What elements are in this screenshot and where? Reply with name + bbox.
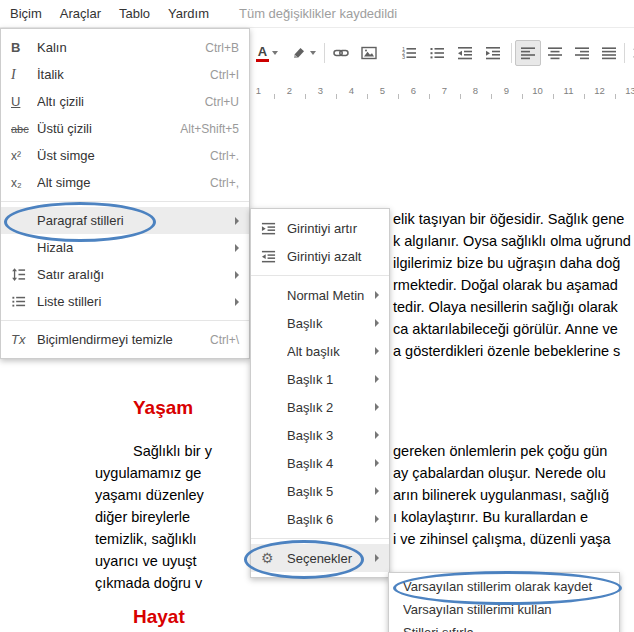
clear-formatting-icon: Tx: [11, 332, 37, 347]
format-menu: B Kalın Ctrl+B I İtalik Ctrl+I U Altı çi…: [0, 28, 250, 359]
link-icon: [333, 45, 349, 61]
submenu-arrow-icon: [375, 459, 379, 467]
subscript-icon: x₂: [11, 176, 37, 190]
menu-separator: [1, 201, 249, 202]
menu-item-label: Normal Metin: [287, 288, 367, 303]
align-center-icon: [547, 45, 563, 61]
align-right-icon: [574, 45, 590, 61]
menu-item-label: Üst simge: [37, 148, 198, 163]
gear-icon: ⚙: [261, 550, 287, 566]
menu-item-ustu-cizili[interactable]: abc Üstü çizili Alt+Shift+5: [1, 115, 249, 142]
menu-item-girintiyi-artir[interactable]: Girintiyi artır: [251, 214, 389, 242]
menu-item-shortcut: Ctrl+\: [210, 333, 239, 347]
doc-heading-hayat: Hayat: [133, 606, 185, 628]
bulleted-list-icon: [429, 45, 445, 61]
menu-item-paragraf-stilleri[interactable]: Paragraf stilleri: [1, 207, 249, 234]
align-right-button[interactable]: [569, 40, 595, 66]
menu-item-girintiyi-azalt[interactable]: Girintiyi azalt: [251, 242, 389, 270]
menu-item-hizala[interactable]: Hizala: [1, 234, 249, 261]
list-icon: [11, 294, 37, 309]
menu-item-varsayilan-kullan[interactable]: Varsayılan stillerimi kullan: [389, 598, 619, 621]
menu-item-label: Başlık 2: [287, 400, 367, 415]
doc-text-line: temizlik, sağlıklı: [95, 531, 197, 547]
menu-item-italik[interactable]: I İtalik Ctrl+I: [1, 61, 249, 88]
google-docs-window: elik taşıyan bir öğesidir. Sağlık gene k…: [0, 0, 634, 632]
menu-item-baslik-4[interactable]: Başlık 4: [251, 449, 389, 477]
indent-decrease-icon: [261, 249, 287, 264]
menu-item-label: Liste stilleri: [37, 294, 227, 309]
bulleted-list-button[interactable]: [424, 40, 450, 66]
menu-item-ust-simge[interactable]: x² Üst simge Ctrl+.: [1, 142, 249, 169]
line-spacing-button[interactable]: [627, 40, 634, 66]
doc-heading-yasam: Yaşam: [133, 397, 193, 419]
submenu-arrow-icon: [235, 217, 239, 225]
doc-text-line: ilgilerimiz bize bu uğraşın daha doğ: [393, 255, 620, 271]
align-center-button[interactable]: [542, 40, 568, 66]
menu-item-label: Varsayılan stillerimi kullan: [403, 602, 605, 617]
submenu-arrow-icon: [235, 244, 239, 252]
menu-item-shortcut: Ctrl+.: [210, 149, 239, 163]
menu-item-label: Başlık: [287, 316, 367, 331]
menu-bicim[interactable]: Biçim: [8, 2, 44, 25]
menu-item-secenekler[interactable]: ⚙ Seçenekler: [251, 544, 389, 572]
insert-image-button[interactable]: [356, 40, 382, 66]
justify-icon: [601, 45, 617, 61]
indent-increase-icon: [485, 45, 501, 61]
submenu-arrow-icon: [375, 291, 379, 299]
doc-text-line: tedir. Olaya nesillerin sağlığı olarak: [393, 299, 618, 315]
menu-item-label: Hizala: [37, 240, 227, 255]
menu-item-baslik-1[interactable]: Başlık 1: [251, 365, 389, 393]
menu-item-alt-baslik[interactable]: Alt başlık: [251, 337, 389, 365]
menu-separator: [251, 538, 389, 539]
line-spacing-icon: [11, 267, 37, 282]
superscript-icon: x²: [11, 149, 37, 163]
menu-item-normal-metin[interactable]: Normal Metin: [251, 281, 389, 309]
submenu-arrow-icon: [375, 375, 379, 383]
menu-araclar[interactable]: Araçlar: [58, 2, 103, 25]
align-left-icon: [520, 45, 536, 61]
menu-item-stilleri-sifirla[interactable]: Stilleri sıfırla: [389, 621, 619, 632]
menu-item-label: Kalın: [37, 40, 193, 55]
menu-item-liste-stilleri[interactable]: Liste stilleri: [1, 288, 249, 315]
submenu-arrow-icon: [375, 319, 379, 327]
menu-item-alti-cizili[interactable]: U Altı çizili Ctrl+U: [1, 88, 249, 115]
menu-item-kalin[interactable]: B Kalın Ctrl+B: [1, 34, 249, 61]
strikethrough-icon: abc: [11, 123, 37, 135]
align-left-button[interactable]: [515, 40, 541, 66]
menu-yardim[interactable]: Yardım: [166, 2, 211, 25]
indent-increase-button[interactable]: [480, 40, 506, 66]
menu-item-baslik-3[interactable]: Başlık 3: [251, 421, 389, 449]
menu-item-baslik-2[interactable]: Başlık 2: [251, 393, 389, 421]
save-status-text[interactable]: Tüm değişiklikler kaydedildi: [239, 6, 397, 21]
numbered-list-button[interactable]: 123: [396, 40, 422, 66]
text-color-button[interactable]: A: [250, 40, 284, 66]
doc-text-line: çıkmada doğru v: [95, 575, 202, 591]
menu-item-label: Başlık 3: [287, 428, 367, 443]
menu-item-label: Satır aralığı: [37, 267, 227, 282]
menu-bar: Biçim Araçlar Tablo Yardım Tüm değişikli…: [0, 0, 634, 28]
menu-item-shortcut: Ctrl+,: [210, 176, 239, 190]
menu-item-alt-simge[interactable]: x₂ Alt simge Ctrl+,: [1, 169, 249, 196]
doc-text-line: k algılanır. Oysa sağlıklı olma uğrund: [393, 233, 631, 249]
insert-link-button[interactable]: [328, 40, 354, 66]
doc-text-line: ı kolaylaştırır. Bu kurallardan e: [393, 509, 588, 525]
menu-item-baslik[interactable]: Başlık: [251, 309, 389, 337]
highlight-color-button[interactable]: [286, 40, 320, 66]
submenu-arrow-icon: [235, 298, 239, 306]
menu-item-varsayilan-kaydet[interactable]: Varsayılan stillerim olarak kaydet: [389, 575, 619, 598]
menu-tablo[interactable]: Tablo: [117, 2, 152, 25]
indent-decrease-icon: [457, 45, 473, 61]
options-menu: Varsayılan stillerim olarak kaydet Varsa…: [388, 572, 620, 632]
menu-item-shortcut: Ctrl+U: [205, 95, 239, 109]
menu-item-label: Biçimlendirmeyi temizle: [37, 332, 198, 347]
justify-button[interactable]: [596, 40, 622, 66]
doc-text-line: uygulamamız ge: [95, 465, 201, 481]
menu-item-label: Seçenekler: [287, 551, 367, 566]
menu-item-bicimlendirmeyi-temizle[interactable]: Tx Biçimlendirmeyi temizle Ctrl+\: [1, 326, 249, 353]
indent-decrease-button[interactable]: [452, 40, 478, 66]
menu-item-baslik-5[interactable]: Başlık 5: [251, 477, 389, 505]
submenu-arrow-icon: [375, 515, 379, 523]
menu-item-baslik-6[interactable]: Başlık 6: [251, 505, 389, 533]
menu-item-satir-araligi[interactable]: Satır aralığı: [1, 261, 249, 288]
ruler-numbers: 12345678910111213: [243, 78, 634, 104]
